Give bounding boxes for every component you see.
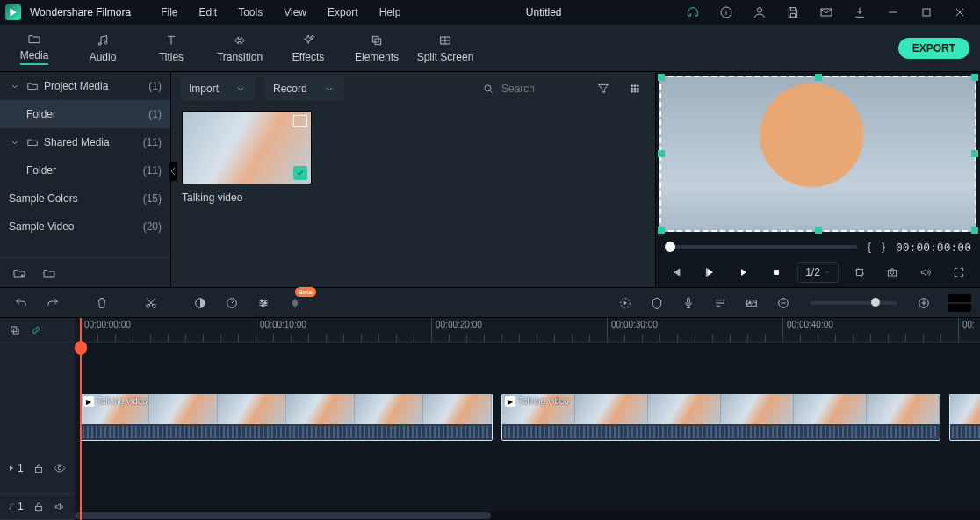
- info-icon[interactable]: [711, 0, 741, 25]
- out-marker[interactable]: }: [882, 241, 885, 253]
- save-icon[interactable]: [778, 0, 808, 25]
- record-dropdown[interactable]: Record: [264, 77, 344, 100]
- sidebar-item-sample-colors[interactable]: Sample Colors (15): [0, 184, 170, 213]
- redo-button[interactable]: [40, 292, 65, 314]
- tab-elements[interactable]: Elements: [342, 25, 411, 71]
- video-track-header[interactable]: 1: [0, 443, 75, 494]
- zoom-out-button[interactable]: [771, 292, 796, 314]
- headphones-icon[interactable]: [678, 0, 708, 25]
- video-track[interactable]: ▶Talking video▶Talking video: [75, 392, 980, 443]
- play-pause-button[interactable]: [698, 262, 723, 283]
- link-icon[interactable]: [30, 324, 42, 336]
- zoom-slider[interactable]: [810, 301, 897, 305]
- sidebar-item-project-media[interactable]: Project Media (1): [0, 72, 170, 100]
- resize-handle[interactable]: [971, 150, 978, 157]
- timeline-ruler[interactable]: 00:00:00:0000:00:10:0000:00:20:0000:00:3…: [75, 318, 980, 343]
- lock-icon[interactable]: [32, 462, 45, 474]
- tab-titles[interactable]: Titles: [137, 25, 205, 71]
- marker-button[interactable]: [645, 292, 669, 314]
- filter-icon[interactable]: [592, 77, 615, 100]
- render-button[interactable]: [613, 292, 638, 314]
- speed-button[interactable]: [220, 292, 244, 314]
- play-button[interactable]: [731, 262, 756, 283]
- preview-canvas[interactable]: [659, 76, 976, 232]
- scrub-handle[interactable]: [665, 242, 675, 252]
- playhead[interactable]: [80, 318, 82, 520]
- audio-track-header[interactable]: 1: [0, 494, 75, 520]
- sidebar-item-sample-video[interactable]: Sample Video (20): [0, 213, 170, 241]
- window-minimize-icon[interactable]: [878, 0, 908, 25]
- resize-handle[interactable]: [971, 227, 978, 234]
- grid-view-icon[interactable]: [623, 77, 646, 100]
- playhead-grip[interactable]: [75, 341, 87, 355]
- menu-tools[interactable]: Tools: [229, 0, 271, 25]
- fullscreen-icon[interactable]: [947, 262, 971, 283]
- menu-edit[interactable]: Edit: [191, 0, 227, 25]
- color-button[interactable]: [188, 292, 213, 314]
- stop-button[interactable]: [764, 262, 789, 283]
- crop-icon[interactable]: [847, 262, 872, 283]
- menu-view[interactable]: View: [275, 0, 315, 25]
- timeline-clip[interactable]: [949, 394, 980, 441]
- menu-help[interactable]: Help: [371, 0, 410, 25]
- folder-outline-icon[interactable]: [42, 266, 56, 280]
- search-box[interactable]: [478, 77, 583, 100]
- sidebar-item-shared-media[interactable]: Shared Media (11): [0, 128, 170, 156]
- window-close-icon[interactable]: [945, 0, 975, 25]
- media-clip[interactable]: Talking video: [182, 111, 312, 204]
- window-maximize-icon[interactable]: [912, 0, 941, 25]
- audio-track[interactable]: [75, 457, 980, 483]
- tab-audio[interactable]: Audio: [68, 25, 137, 71]
- duplicate-icon[interactable]: [9, 324, 21, 336]
- tab-media[interactable]: Media: [0, 25, 68, 71]
- timeline-clip[interactable]: ▶Talking video: [80, 394, 493, 441]
- timeline-clip[interactable]: ▶Talking video: [501, 394, 940, 441]
- tab-split-screen[interactable]: Split Screen: [411, 25, 479, 71]
- cut-button[interactable]: [139, 292, 163, 314]
- adjust-button[interactable]: [251, 292, 276, 314]
- scrollbar-thumb[interactable]: [75, 512, 491, 519]
- svg-rect-7: [375, 39, 381, 45]
- delete-button[interactable]: [90, 292, 114, 314]
- import-dropdown[interactable]: Import: [180, 77, 256, 100]
- new-folder-icon[interactable]: [12, 266, 26, 280]
- menu-file[interactable]: File: [152, 0, 186, 25]
- tab-transition[interactable]: Transition: [205, 25, 274, 71]
- resize-handle[interactable]: [815, 74, 822, 81]
- snapshot-icon[interactable]: [880, 262, 904, 283]
- mixer-button[interactable]: [708, 292, 732, 314]
- sidebar-collapse-button[interactable]: [169, 162, 177, 181]
- zoom-in-button[interactable]: [912, 292, 936, 314]
- eye-icon[interactable]: [54, 462, 66, 474]
- tab-effects[interactable]: Effects: [274, 25, 342, 71]
- sidebar-item-folder-1[interactable]: Folder (1): [0, 100, 170, 128]
- ruler-label: 00:00:00:00: [84, 320, 131, 329]
- menu-export[interactable]: Export: [319, 0, 367, 25]
- timeline-body[interactable]: 00:00:00:0000:00:10:0000:00:20:0000:00:3…: [75, 318, 980, 520]
- search-input[interactable]: [500, 82, 579, 96]
- aspect-button[interactable]: [739, 292, 764, 314]
- export-button[interactable]: EXPORT: [898, 38, 969, 59]
- undo-button[interactable]: [9, 292, 33, 314]
- step-back-button[interactable]: [665, 262, 689, 283]
- resize-handle[interactable]: [971, 74, 978, 81]
- scrub-track[interactable]: [665, 245, 857, 249]
- audio-sync-button[interactable]: Beta: [283, 292, 307, 314]
- beta-badge: Beta: [295, 287, 316, 297]
- sidebar-item-folder-2[interactable]: Folder (11): [0, 156, 170, 184]
- zoom-handle[interactable]: [871, 298, 880, 307]
- playback-speed[interactable]: 1/2: [797, 262, 839, 283]
- resize-handle[interactable]: [815, 227, 822, 234]
- speaker-icon[interactable]: [54, 501, 66, 513]
- volume-icon[interactable]: [913, 262, 938, 283]
- mail-icon[interactable]: [811, 0, 841, 25]
- lock-icon[interactable]: [32, 501, 45, 513]
- resize-handle[interactable]: [658, 74, 665, 81]
- account-icon[interactable]: [745, 0, 775, 25]
- voiceover-button[interactable]: [676, 292, 701, 314]
- in-marker[interactable]: {: [868, 241, 871, 253]
- timeline-scrollbar[interactable]: [75, 511, 980, 520]
- resize-handle[interactable]: [658, 150, 665, 157]
- download-icon[interactable]: [845, 0, 875, 25]
- resize-handle[interactable]: [658, 227, 665, 234]
